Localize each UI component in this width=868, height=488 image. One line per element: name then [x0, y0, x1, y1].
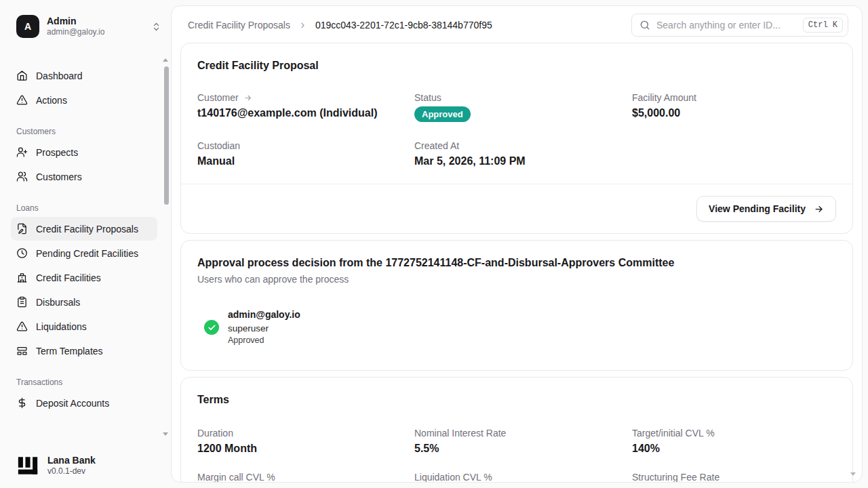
terms-card-title: Terms — [197, 394, 836, 406]
field-created-at: Created At Mar 5, 2026, 11:09 PM — [414, 140, 632, 167]
field-value: 5.5% — [414, 443, 632, 455]
nav-section-transactions: Transactions — [16, 378, 152, 387]
sidebar-footer: Lana Bank v0.0.1-dev — [16, 454, 96, 477]
field-structuring-fee-rate: Structuring Fee Rate — [632, 472, 836, 483]
breadcrumb-current: 019cc043-2201-72c1-9cb8-38144b770f95 — [315, 20, 492, 30]
status-badge: Approved — [414, 106, 471, 122]
layout-template-icon — [16, 345, 28, 357]
file-pen-icon — [16, 223, 28, 235]
alert-triangle-icon — [16, 321, 28, 332]
avatar: A — [16, 15, 39, 38]
home-icon — [16, 70, 28, 81]
dollar-sign-icon — [16, 397, 28, 409]
sidebar-item-term-templates[interactable]: Term Templates — [11, 339, 157, 363]
sidebar-item-label: Liquidations — [36, 321, 87, 332]
main-scroll-down-arrow[interactable] — [850, 472, 856, 476]
sidebar-item-label: Customers — [36, 171, 82, 182]
approver-status: Approved — [228, 335, 300, 347]
nav-section-customers: Customers — [16, 127, 152, 136]
field-label: Target/initial CVL % — [632, 428, 715, 439]
user-email: admin@galoy.io — [47, 27, 104, 37]
field-value: Mar 5, 2026, 11:09 PM — [414, 155, 632, 167]
lana-bank-logo — [16, 454, 39, 477]
sidebar-nav: Dashboard Actions Customers Prospects Cu… — [0, 46, 171, 415]
sidebar-item-prospects[interactable]: Prospects — [11, 140, 157, 164]
page-content: Credit Facility Proposal Customer t14017… — [172, 43, 862, 483]
terms-card: Terms Duration 1200 Month Nominal Intere… — [180, 377, 853, 483]
brand-name: Lana Bank — [47, 454, 96, 466]
sidebar-item-liquidations[interactable]: Liquidations — [11, 314, 157, 338]
arrow-right-icon — [243, 94, 252, 102]
sidebar-item-deposit-accounts[interactable]: Deposit Accounts — [11, 391, 157, 415]
field-label: Liquidation CVL % — [414, 472, 492, 483]
sidebar-scroll-down-arrow[interactable] — [163, 432, 168, 436]
nav-section-loans: Loans — [16, 203, 152, 213]
field-nominal-interest-rate: Nominal Interest Rate 5.5% — [414, 428, 632, 455]
global-search[interactable]: Ctrl K — [631, 14, 848, 37]
search-shortcut-badge: Ctrl K — [803, 18, 843, 33]
field-value: 1200 Month — [197, 443, 414, 455]
field-value: Manual — [197, 155, 414, 167]
field-label: Custodian — [197, 140, 240, 151]
field-label: Status — [414, 92, 441, 103]
approver-row: admin@galoy.io superuser Approved — [204, 308, 836, 347]
clock-icon — [16, 247, 28, 259]
approver-email: admin@galoy.io — [228, 308, 300, 322]
field-value: t140176@example.com (Individual) — [197, 107, 414, 119]
sidebar-item-credit-facility-proposals[interactable]: Credit Facility Proposals — [11, 217, 157, 241]
field-label: Duration — [197, 428, 233, 439]
user-plus-icon — [16, 146, 28, 158]
field-label: Margin call CVL % — [197, 472, 275, 483]
search-input[interactable] — [656, 20, 797, 30]
field-label: Customer — [197, 92, 239, 103]
brand-version: v0.0.1-dev — [47, 466, 96, 477]
field-label: Facility Amount — [632, 92, 696, 103]
breadcrumb-chevron-icon — [298, 21, 307, 30]
field-value: $5,000.00 — [632, 107, 836, 119]
field-customer[interactable]: Customer t140176@example.com (Individual… — [197, 92, 414, 122]
main-panel: Credit Facility Proposals 019cc043-2201-… — [171, 5, 863, 483]
sidebar-item-label: Credit Facility Proposals — [36, 224, 138, 235]
sidebar-item-label: Term Templates — [36, 346, 103, 357]
sidebar-scroll-up-arrow[interactable] — [163, 58, 168, 62]
chevrons-up-down-icon — [151, 22, 161, 32]
breadcrumb-parent[interactable]: Credit Facility Proposals — [188, 20, 290, 30]
sidebar-item-customers[interactable]: Customers — [11, 165, 157, 188]
field-label: Nominal Interest Rate — [414, 428, 506, 439]
sidebar-item-actions[interactable]: Actions — [11, 88, 157, 112]
sidebar-item-credit-facilities[interactable]: Credit Facilities — [11, 266, 157, 289]
sidebar: A Admin admin@galoy.io Dashboard Actions… — [0, 0, 171, 488]
sidebar-item-pending-credit-facilities[interactable]: Pending Credit Facilities — [11, 241, 157, 265]
sidebar-item-label: Dashboard — [36, 70, 83, 81]
sidebar-item-dashboard[interactable]: Dashboard — [11, 64, 157, 87]
sidebar-item-label: Pending Credit Facilities — [36, 248, 138, 259]
proposal-card-title: Credit Facility Proposal — [197, 60, 836, 72]
sidebar-item-label: Disbursals — [36, 297, 80, 308]
button-label: View Pending Facility — [709, 203, 806, 214]
search-icon — [639, 20, 650, 30]
view-pending-facility-button[interactable]: View Pending Facility — [696, 196, 836, 222]
sidebar-item-label: Deposit Accounts — [36, 398, 109, 409]
sidebar-item-disbursals[interactable]: Disbursals — [11, 290, 157, 314]
field-duration: Duration 1200 Month — [197, 428, 414, 455]
proposal-card: Credit Facility Proposal Customer t14017… — [180, 43, 853, 234]
arrow-right-icon — [814, 204, 824, 214]
field-custodian: Custodian Manual — [197, 140, 414, 167]
user-menu[interactable]: A Admin admin@galoy.io — [0, 0, 171, 46]
approver-role: superuser — [228, 322, 300, 335]
users-icon — [16, 171, 28, 182]
sidebar-scrollbar[interactable] — [164, 66, 169, 205]
approval-card-title: Approval process decision from the 17727… — [197, 257, 836, 269]
clipboard-list-icon — [16, 296, 28, 308]
check-circle-icon — [204, 320, 219, 335]
field-facility-amount: Facility Amount $5,000.00 — [632, 92, 836, 122]
field-label: Structuring Fee Rate — [632, 472, 719, 483]
field-margin-call-cvl: Margin call CVL % — [197, 472, 414, 483]
topbar: Credit Facility Proposals 019cc043-2201-… — [172, 6, 862, 43]
field-value: 140% — [632, 443, 836, 455]
user-name: Admin — [47, 16, 104, 28]
breadcrumb: Credit Facility Proposals 019cc043-2201-… — [188, 20, 492, 30]
sidebar-item-label: Actions — [36, 95, 67, 106]
approval-card: Approval process decision from the 17727… — [180, 240, 853, 371]
sidebar-item-label: Credit Facilities — [36, 272, 101, 283]
